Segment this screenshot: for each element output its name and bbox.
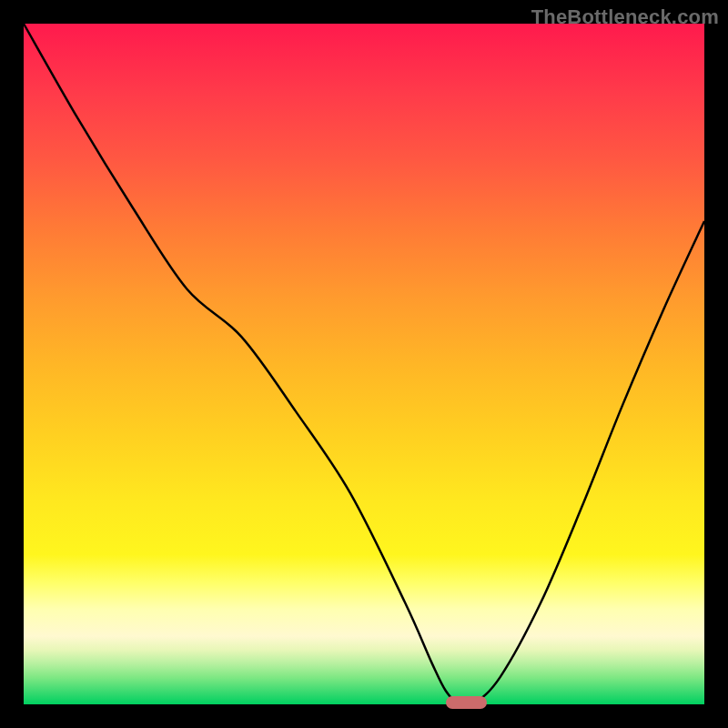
chart-container: TheBottleneck.com	[0, 0, 728, 728]
watermark-text: TheBottleneck.com	[531, 5, 719, 29]
optimal-marker	[446, 696, 487, 709]
plot-area	[24, 24, 704, 704]
bottleneck-curve	[24, 24, 704, 704]
